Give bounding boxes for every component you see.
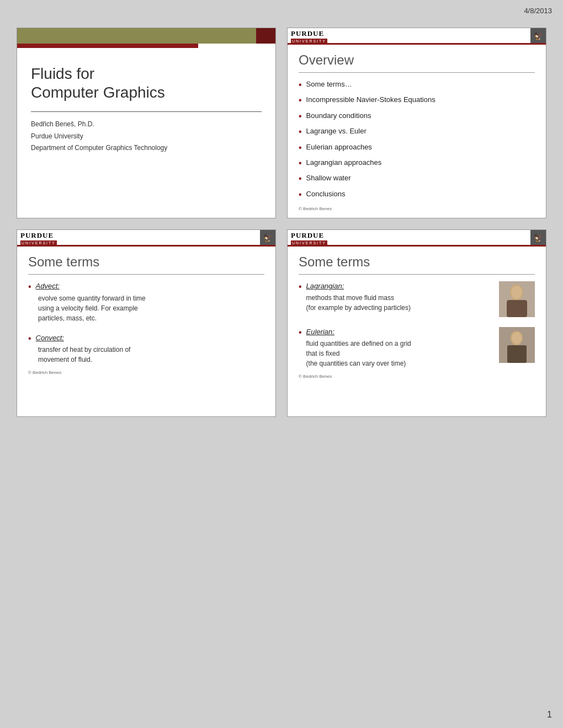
slide4-divider bbox=[299, 274, 535, 275]
slide4-copyright: © Bedrich Benes bbox=[299, 374, 535, 379]
slide3-bullet-list: • Advect: evolve some quantity forward i… bbox=[28, 281, 264, 365]
slide2-bullet-list: •Some terms… •Incompressible Navier-Stok… bbox=[299, 79, 535, 201]
slide4-portrait-eulerian bbox=[499, 327, 535, 363]
slide3-term2-label: Convect: bbox=[36, 333, 64, 343]
list-item: •Eulerian approaches bbox=[299, 142, 535, 154]
slide1-author-info: Bedřich Beneš, Ph.D. Purdue University D… bbox=[31, 119, 262, 154]
slide2-purdue-logo: PURDUE UNIVERSITY bbox=[288, 28, 331, 43]
bullet-dot: • bbox=[299, 94, 302, 106]
slide3-term2-desc: transfer of heat by circulation of movem… bbox=[28, 345, 130, 365]
slide4-portrait-lagrangian bbox=[499, 281, 535, 317]
svg-point-7 bbox=[512, 332, 522, 344]
slide-1: Fluids for Computer Graphics Bedřich Ben… bbox=[17, 28, 276, 218]
bullet-dot: • bbox=[299, 126, 302, 138]
slide3-divider bbox=[28, 274, 264, 275]
slide4-bullet-list: • Lagrangian: methods that move fluid ma… bbox=[299, 281, 535, 368]
slide3-header-icon: 🦅 bbox=[260, 230, 275, 245]
page-date: 4/8/2013 bbox=[524, 7, 552, 15]
bullet-dot: • bbox=[299, 326, 302, 339]
slide2-header-spacer bbox=[331, 28, 530, 43]
slide4-term2-label: Eulerian: bbox=[306, 327, 493, 337]
svg-point-3 bbox=[511, 286, 522, 299]
slide2-divider bbox=[299, 72, 535, 73]
slide4-header-spacer bbox=[331, 230, 530, 245]
slide1-header bbox=[17, 28, 275, 44]
list-item: •Incompressible Navier-Stokes Equations bbox=[299, 95, 535, 106]
list-item: • Convect: transfer of heat by circulati… bbox=[28, 333, 264, 365]
slide3-body: Some terms • Advect: evolve some quantit… bbox=[17, 247, 275, 382]
svg-rect-6 bbox=[507, 345, 527, 363]
slide1-divider bbox=[31, 111, 262, 112]
list-item: • Advect: evolve some quantity forward i… bbox=[28, 281, 264, 323]
list-item: • Lagrangian: methods that move fluid ma… bbox=[299, 281, 535, 317]
slide1-university: Purdue University bbox=[31, 131, 262, 143]
slide4-term1-container: Lagrangian: methods that move fluid mass… bbox=[306, 281, 535, 317]
slide1-author: Bedřich Beneš, Ph.D. bbox=[31, 119, 262, 131]
slide1-bar-dark bbox=[256, 28, 275, 44]
slide4-purdue-logo: PURDUE UNIVERSITY bbox=[288, 230, 331, 245]
slide-2: PURDUE UNIVERSITY 🦅 Overview •Some terms… bbox=[287, 28, 546, 218]
list-item: •Boundary conditions bbox=[299, 111, 535, 122]
list-item: •Shallow water bbox=[299, 173, 535, 185]
bullet-dot: • bbox=[28, 333, 31, 345]
bullet-dot: • bbox=[299, 110, 302, 122]
bullet-dot: • bbox=[299, 189, 302, 201]
bullet-dot: • bbox=[299, 142, 302, 154]
list-item: •Lagrange vs. Euler bbox=[299, 126, 535, 138]
bullet-dot: • bbox=[299, 173, 302, 185]
slide2-university-label: UNIVERSITY bbox=[291, 39, 327, 44]
slide4-header-icon: 🦅 bbox=[530, 230, 546, 245]
slide3-purdue-logo: PURDUE UNIVERSITY bbox=[17, 230, 60, 245]
bullet-dot: • bbox=[299, 281, 302, 293]
slide2-header: PURDUE UNIVERSITY 🦅 bbox=[288, 28, 546, 45]
slide1-bar-olive bbox=[17, 28, 256, 44]
slide3-header-spacer bbox=[60, 230, 260, 245]
slide2-body: Overview •Some terms… •Incompressible Na… bbox=[288, 45, 546, 218]
list-item: •Conclusions bbox=[299, 189, 535, 201]
bullet-dot: • bbox=[28, 281, 31, 293]
svg-rect-2 bbox=[507, 300, 527, 317]
slide3-term1-desc: evolve some quantity forward in time usi… bbox=[28, 293, 146, 323]
slide1-department: Department of Computer Graphics Technolo… bbox=[31, 142, 262, 154]
slide2-header-icon: 🦅 bbox=[530, 28, 546, 43]
list-item: •Some terms… bbox=[299, 79, 535, 91]
slide4-term1-label: Lagrangian: bbox=[306, 281, 493, 291]
slide4-term2-container: Eulerian: fluid quantities are defined o… bbox=[306, 327, 535, 368]
slide4-purdue-name: PURDUE bbox=[291, 231, 327, 240]
slide3-term1-label: Advect: bbox=[36, 281, 60, 291]
slide3-university-label: UNIVERSITY bbox=[20, 240, 57, 245]
slide2-purdue-name: PURDUE bbox=[291, 29, 327, 38]
slide4-term2-desc: fluid quantities are defined on a grid t… bbox=[306, 339, 493, 368]
slide2-copyright: © Bedrich Benes bbox=[299, 206, 535, 211]
slide4-header: PURDUE UNIVERSITY 🦅 bbox=[288, 230, 546, 247]
slide4-body: Some terms • Lagrangian: methods that mo… bbox=[288, 247, 546, 386]
slide1-red-bar bbox=[17, 44, 198, 48]
slide4-term1-desc: methods that move fluid mass (for exampl… bbox=[306, 293, 493, 313]
slide3-purdue-name: PURDUE bbox=[20, 231, 57, 240]
slide4-university-label: UNIVERSITY bbox=[291, 240, 327, 245]
slide3-header: PURDUE UNIVERSITY 🦅 bbox=[17, 230, 275, 247]
slides-grid: Fluids for Computer Graphics Bedřich Ben… bbox=[0, 6, 563, 433]
slide4-title: Some terms bbox=[299, 254, 535, 270]
slide1-body: Fluids for Computer Graphics Bedřich Ben… bbox=[17, 48, 275, 163]
slide3-title: Some terms bbox=[28, 254, 264, 270]
slide-4: PURDUE UNIVERSITY 🦅 Some terms • Lagrang… bbox=[287, 229, 546, 417]
slide1-title: Fluids for Computer Graphics bbox=[31, 65, 262, 101]
slide-3: PURDUE UNIVERSITY 🦅 Some terms • Advect:… bbox=[17, 229, 276, 417]
bullet-dot: • bbox=[299, 157, 302, 169]
slide3-copyright: © Bedrich Benes bbox=[28, 370, 264, 375]
list-item: • Eulerian: fluid quantities are defined… bbox=[299, 327, 535, 368]
slide2-title: Overview bbox=[299, 52, 535, 68]
list-item: •Lagrangian approaches bbox=[299, 158, 535, 169]
bullet-dot: • bbox=[299, 79, 302, 91]
page-number: 1 bbox=[547, 710, 552, 720]
